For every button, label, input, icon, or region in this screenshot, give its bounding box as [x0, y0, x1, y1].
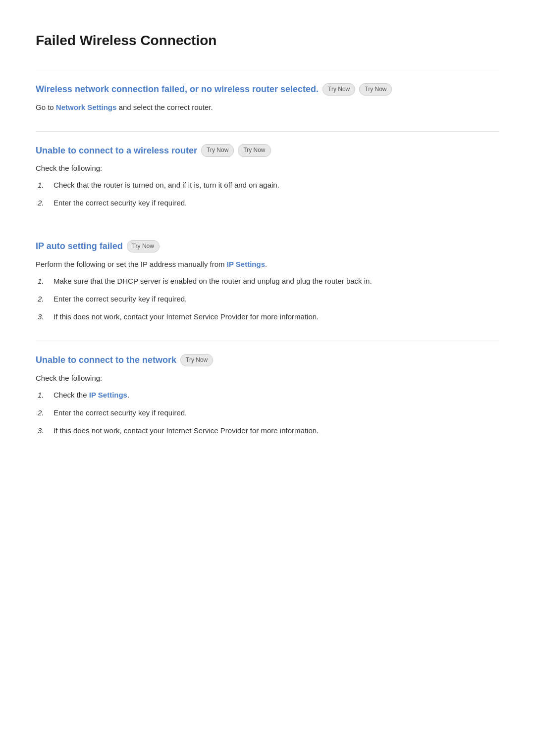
- section-title-text-2: Unable to connect to a wireless router: [36, 144, 197, 158]
- list-item-text: Check the IP Settings.: [54, 389, 499, 401]
- section-2-intro: Check the following:: [36, 162, 499, 174]
- list-item-text: Make sure that the DHCP server is enable…: [54, 275, 499, 287]
- list-number: 1.: [36, 179, 54, 191]
- list-item: 1. Make sure that the DHCP server is ena…: [36, 275, 499, 287]
- try-now-button-2b[interactable]: Try Now: [238, 144, 270, 156]
- section-3-intro: Perform the following or set the IP addr…: [36, 258, 499, 270]
- divider-1: [36, 70, 499, 70]
- list-number: 1.: [36, 389, 54, 401]
- list-item-text: If this does not work, contact your Inte…: [54, 311, 499, 323]
- try-now-button-2a[interactable]: Try Now: [201, 144, 234, 156]
- list-item-suffix: .: [127, 391, 129, 399]
- section-4-intro: Check the following:: [36, 372, 499, 384]
- list-item: 2. Enter the correct security key if req…: [36, 293, 499, 305]
- list-item-text: Enter the correct security key if requir…: [54, 293, 499, 305]
- try-now-button-1a[interactable]: Try Now: [322, 83, 355, 96]
- section-2-list: 1. Check that the router is turned on, a…: [36, 179, 499, 209]
- list-number: 2.: [36, 197, 54, 209]
- divider-3: [36, 227, 499, 227]
- section-1-body: Go to Network Settings and select the co…: [36, 101, 499, 113]
- list-number: 2.: [36, 407, 54, 419]
- list-item: 1. Check that the router is turned on, a…: [36, 179, 499, 191]
- list-item: 2. Enter the correct security key if req…: [36, 197, 499, 209]
- try-now-button-1b[interactable]: Try Now: [359, 83, 392, 96]
- list-item: 3. If this does not work, contact your I…: [36, 311, 499, 323]
- ip-settings-link-2[interactable]: IP Settings: [89, 391, 127, 399]
- list-item: 2. Enter the correct security key if req…: [36, 407, 499, 419]
- network-settings-link[interactable]: Network Settings: [56, 103, 117, 111]
- section-title-text-1: Wireless network connection failed, or n…: [36, 82, 319, 97]
- list-number: 1.: [36, 275, 54, 287]
- divider-2: [36, 131, 499, 132]
- list-item-text: Enter the correct security key if requir…: [54, 407, 499, 419]
- list-item-text: If this does not work, contact your Inte…: [54, 425, 499, 437]
- section-wireless-router: Unable to connect to a wireless router T…: [36, 144, 499, 209]
- list-item: 3. If this does not work, contact your I…: [36, 425, 499, 437]
- list-number: 3.: [36, 425, 54, 437]
- section-title-4: Unable to connect to the network Try Now: [36, 353, 499, 367]
- section-wireless-failed: Wireless network connection failed, or n…: [36, 82, 499, 113]
- ip-settings-link-1[interactable]: IP Settings: [227, 260, 265, 268]
- section-title-text-3: IP auto setting failed: [36, 239, 123, 253]
- section-network-connect: Unable to connect to the network Try Now…: [36, 353, 499, 437]
- divider-4: [36, 341, 499, 341]
- list-item-text: Check that the router is turned on, and …: [54, 179, 499, 191]
- section-title-1: Wireless network connection failed, or n…: [36, 82, 499, 97]
- list-number: 3.: [36, 311, 54, 323]
- section-title-text-4: Unable to connect to the network: [36, 353, 176, 367]
- section-1-body-suffix: and select the correct router.: [116, 103, 213, 111]
- section-ip-auto: IP auto setting failed Try Now Perform t…: [36, 239, 499, 323]
- try-now-button-4a[interactable]: Try Now: [180, 354, 213, 366]
- section-1-body-prefix: Go to: [36, 103, 56, 111]
- section-3-intro-prefix: Perform the following or set the IP addr…: [36, 260, 227, 268]
- list-item-prefix: Check the: [54, 391, 89, 399]
- list-item-text: Enter the correct security key if requir…: [54, 197, 499, 209]
- section-title-3: IP auto setting failed Try Now: [36, 239, 499, 253]
- list-item: 1. Check the IP Settings.: [36, 389, 499, 401]
- list-number: 2.: [36, 293, 54, 305]
- page-title: Failed Wireless Connection: [36, 30, 499, 52]
- try-now-button-3a[interactable]: Try Now: [127, 240, 160, 252]
- section-3-list: 1. Make sure that the DHCP server is ena…: [36, 275, 499, 323]
- section-4-list: 1. Check the IP Settings. 2. Enter the c…: [36, 389, 499, 437]
- section-3-intro-suffix: .: [265, 260, 267, 268]
- section-title-2: Unable to connect to a wireless router T…: [36, 144, 499, 158]
